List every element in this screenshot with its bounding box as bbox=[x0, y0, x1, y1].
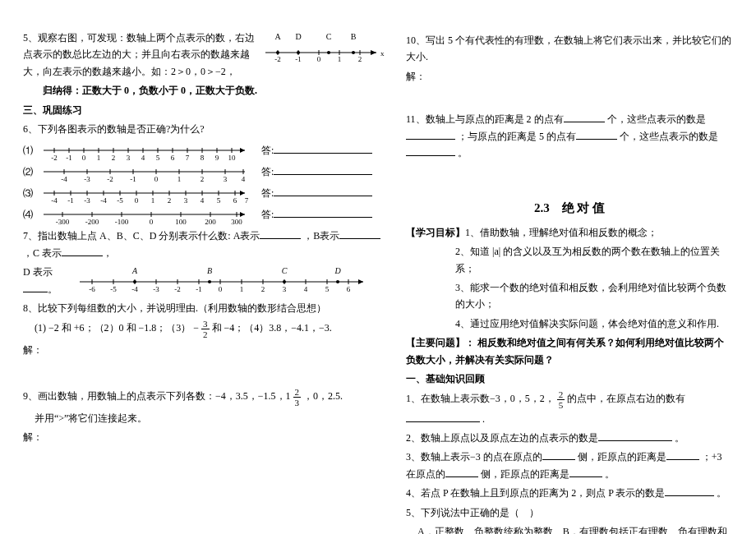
svg-text:10: 10 bbox=[228, 154, 237, 161]
svg-text:9: 9 bbox=[215, 154, 219, 161]
svg-text:-100: -100 bbox=[115, 218, 129, 225]
svg-text:1: 1 bbox=[97, 154, 101, 161]
q7-line1: 7、指出数轴上点 A、B、C、D 分别表示什么数: A表示 ，B表示 ，C 表示… bbox=[23, 228, 385, 261]
svg-text:D: D bbox=[295, 32, 301, 41]
svg-text:-4: -4 bbox=[131, 285, 138, 293]
svg-text:2: 2 bbox=[201, 175, 205, 182]
b3-blank2[interactable] bbox=[666, 449, 699, 460]
q6-3-blank[interactable] bbox=[274, 186, 372, 196]
b3-blank4[interactable] bbox=[569, 467, 602, 477]
svg-text:-1: -1 bbox=[130, 175, 136, 182]
q7-figure: -6-5-4 -3-2-1 012 345 6 AB CD bbox=[76, 264, 371, 293]
svg-text:B: B bbox=[207, 266, 212, 275]
svg-text:-200: -200 bbox=[85, 218, 99, 225]
svg-text:-2: -2 bbox=[107, 175, 113, 182]
q6-2-blank[interactable] bbox=[274, 164, 372, 175]
svg-text:C: C bbox=[282, 266, 288, 275]
svg-text:-3: -3 bbox=[84, 175, 90, 182]
ans-label: 答: bbox=[261, 166, 274, 177]
b5: 5、下列说法中正确的是（ ） bbox=[406, 504, 733, 521]
q6-text: 6、下列各图表示的数轴是否正确?为什么? bbox=[23, 121, 385, 137]
q7-period: 。 bbox=[48, 283, 58, 295]
q11-text: 11、数轴上与原点的距离是 2 的点有 个，这些点表示的数是 ；与原点的距离是 … bbox=[406, 111, 733, 161]
q9-text: 9、画出数轴，用数轴上的点表示下列各数：−4，3.5，−1.5，1 23 ，0，… bbox=[23, 387, 385, 407]
b1: 1、在数轴上表示数−3，0，5，2， 25 的点中，在原点右边的数有 . bbox=[406, 389, 733, 427]
goals: 【学习目标】1、借助数轴，理解绝对值和相反数的概念； bbox=[406, 224, 733, 241]
goal2: 2、知道 |a| 的含义以及互为相反数的两个数在数轴上的位置关系； bbox=[406, 243, 733, 277]
section3-title: 三、巩固练习 bbox=[23, 102, 385, 118]
svg-text:B: B bbox=[351, 32, 357, 41]
svg-text:3: 3 bbox=[283, 285, 287, 293]
b3-blank3[interactable] bbox=[445, 467, 478, 477]
q7-b-blank[interactable] bbox=[339, 228, 380, 239]
b5-ab: A．正整数、负整数统称为整数 B．有理数包括正有理数、负有理数和零. bbox=[406, 523, 733, 534]
q7-d-blank[interactable] bbox=[23, 282, 48, 292]
svg-point-12 bbox=[297, 51, 300, 54]
svg-text:4: 4 bbox=[304, 285, 308, 293]
section-title: 2.3 绝 对 值 bbox=[406, 198, 733, 219]
svg-marker-112 bbox=[358, 279, 363, 284]
q6-row3: ⑶ -4-1-3 -4-50 123 456 7 bbox=[23, 182, 385, 204]
q7-d-label: D 表示 bbox=[23, 266, 53, 278]
b4-blank[interactable] bbox=[665, 486, 714, 496]
q9-solution-label: 解： bbox=[23, 429, 385, 445]
svg-text:-5: -5 bbox=[117, 196, 123, 204]
q6-4-blank[interactable] bbox=[274, 207, 372, 218]
svg-point-146 bbox=[336, 280, 339, 283]
b2-blank[interactable] bbox=[598, 430, 672, 441]
q7-a-blank[interactable] bbox=[260, 228, 301, 239]
svg-text:x: x bbox=[380, 49, 385, 58]
svg-text:300: 300 bbox=[231, 218, 242, 225]
svg-text:4: 4 bbox=[242, 175, 246, 182]
svg-point-144 bbox=[208, 280, 211, 283]
svg-point-13 bbox=[327, 51, 330, 54]
q11-blank3[interactable] bbox=[576, 129, 617, 140]
svg-point-11 bbox=[276, 51, 279, 54]
q11-blank4[interactable] bbox=[406, 145, 455, 156]
svg-text:-2: -2 bbox=[51, 154, 58, 161]
svg-text:1: 1 bbox=[177, 175, 182, 182]
svg-text:200: 200 bbox=[205, 218, 216, 225]
svg-text:0: 0 bbox=[219, 285, 223, 293]
q6-row4: ⑷ -300-200-100 0100200 300 bbox=[23, 204, 385, 225]
main-question: 【主要问题】： 相反数和绝对值之间有何关系？如何利用绝对值比较两个负数大小，并解… bbox=[406, 334, 733, 368]
q7-c-blank[interactable] bbox=[62, 246, 103, 256]
svg-text:2: 2 bbox=[358, 55, 362, 62]
q6-row2: ⑵ -4-3-2 -101 234 bbox=[23, 161, 385, 182]
q6-1-blank[interactable] bbox=[274, 143, 372, 154]
svg-text:1: 1 bbox=[240, 285, 244, 293]
b2: 2、数轴上原点以及原点左边的点表示的数是 。 bbox=[406, 430, 733, 446]
svg-text:-1: -1 bbox=[196, 285, 202, 293]
svg-text:D: D bbox=[334, 266, 341, 275]
svg-text:-1: -1 bbox=[67, 196, 74, 204]
b3: 3、数轴上表示−3 的点在原点的 侧，距原点的距离是 ；+3 在原点的 侧，距原… bbox=[406, 449, 733, 482]
svg-text:-1: -1 bbox=[295, 55, 302, 62]
svg-text:5: 5 bbox=[156, 154, 160, 161]
sec1-title: 一、基础知识回顾 bbox=[406, 371, 733, 387]
svg-text:-6: -6 bbox=[89, 285, 95, 293]
svg-text:4: 4 bbox=[141, 154, 145, 161]
svg-marker-69 bbox=[240, 191, 245, 196]
svg-text:-300: -300 bbox=[56, 218, 70, 225]
q11-blank2[interactable] bbox=[406, 129, 455, 140]
b3-blank1[interactable] bbox=[542, 449, 575, 460]
svg-text:0: 0 bbox=[317, 55, 321, 62]
svg-text:3: 3 bbox=[127, 154, 131, 161]
q8-solution-label: 解： bbox=[23, 342, 385, 358]
svg-text:-4: -4 bbox=[51, 196, 58, 204]
svg-text:1: 1 bbox=[151, 196, 155, 204]
b1-blank[interactable] bbox=[406, 412, 480, 422]
svg-text:C: C bbox=[326, 32, 332, 41]
svg-text:-2: -2 bbox=[274, 55, 281, 62]
ans-label: 答: bbox=[261, 145, 274, 156]
svg-marker-22 bbox=[240, 148, 245, 153]
svg-text:0: 0 bbox=[150, 218, 154, 225]
svg-text:A: A bbox=[274, 32, 281, 41]
svg-text:-3: -3 bbox=[153, 285, 159, 293]
svg-text:3: 3 bbox=[224, 175, 228, 182]
svg-text:-4: -4 bbox=[100, 196, 107, 204]
svg-text:-1: -1 bbox=[66, 154, 72, 161]
svg-text:6: 6 bbox=[347, 285, 351, 293]
svg-text:7: 7 bbox=[186, 154, 190, 161]
q11-blank1[interactable] bbox=[564, 112, 605, 122]
